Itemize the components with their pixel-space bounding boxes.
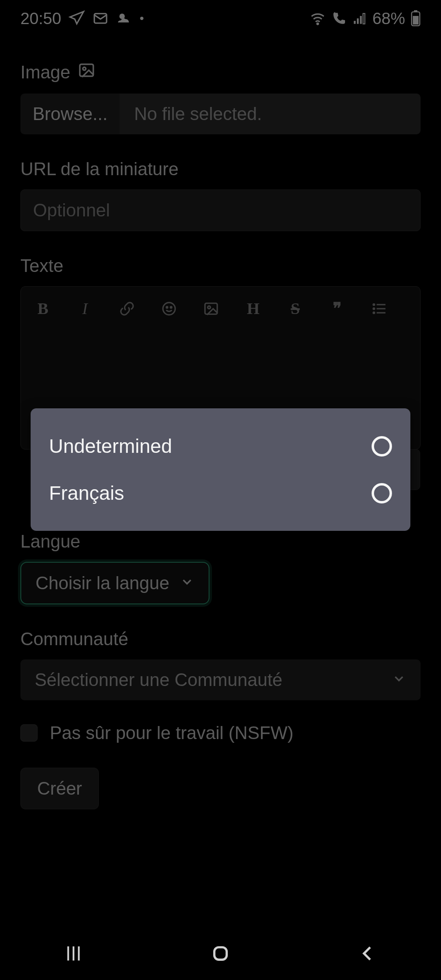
home-icon[interactable] <box>210 943 231 964</box>
chevron-down-icon <box>180 573 194 593</box>
heading-icon[interactable]: H <box>243 299 263 318</box>
popup-option-label: Français <box>49 482 124 504</box>
emoji-icon[interactable] <box>159 301 179 317</box>
back-icon[interactable] <box>357 943 378 964</box>
language-label: Langue <box>20 531 421 552</box>
svg-point-20 <box>373 304 374 305</box>
system-navbar <box>0 927 441 980</box>
file-status: No file selected. <box>120 94 421 134</box>
svg-rect-15 <box>205 303 217 314</box>
radio-unselected-icon[interactable] <box>372 436 392 457</box>
svg-rect-10 <box>80 64 94 76</box>
svg-rect-26 <box>214 947 227 960</box>
svg-point-11 <box>83 67 86 70</box>
svg-point-22 <box>373 312 374 313</box>
svg-rect-4 <box>357 18 359 24</box>
weather-icon <box>116 10 132 27</box>
mail-icon <box>92 10 109 27</box>
link-icon[interactable] <box>117 301 137 317</box>
community-label: Communauté <box>20 629 421 649</box>
svg-rect-3 <box>354 21 356 24</box>
nsfw-row[interactable]: Pas sûr pour le travail (NSFW) <box>20 723 421 743</box>
battery-icon <box>411 10 421 27</box>
svg-point-21 <box>373 308 374 309</box>
language-select[interactable]: Choisir la langue <box>20 562 209 604</box>
status-bar: 20:50 • 68% <box>0 0 441 37</box>
send-icon <box>69 10 85 27</box>
bold-icon[interactable]: B <box>33 299 53 318</box>
editor-toolbar: B I H S ❞ <box>21 287 420 322</box>
community-placeholder: Sélectionner une Communauté <box>35 670 283 690</box>
call-icon <box>332 11 346 26</box>
image-icon <box>78 61 96 83</box>
svg-point-13 <box>166 307 167 308</box>
svg-point-14 <box>170 307 172 308</box>
quote-icon[interactable]: ❞ <box>327 299 347 318</box>
svg-point-2 <box>317 23 318 24</box>
svg-point-16 <box>208 306 211 309</box>
battery-percent: 68% <box>372 9 405 28</box>
list-icon[interactable] <box>370 301 389 317</box>
svg-point-1 <box>119 13 125 19</box>
svg-rect-6 <box>363 13 365 24</box>
strike-icon[interactable]: S <box>285 299 305 318</box>
text-label: Texte <box>20 256 421 276</box>
community-select[interactable]: Sélectionner une Communauté <box>20 659 421 700</box>
popup-option-francais[interactable]: Français <box>31 470 410 517</box>
browse-button[interactable]: Browse... <box>20 94 120 134</box>
dot-icon: • <box>140 11 144 25</box>
signal-icon <box>352 11 367 26</box>
create-button[interactable]: Créer <box>20 768 99 809</box>
nsfw-checkbox[interactable] <box>20 724 38 742</box>
svg-point-12 <box>163 303 175 315</box>
svg-rect-8 <box>414 10 417 12</box>
radio-unselected-icon[interactable] <box>372 483 392 503</box>
popup-option-label: Undetermined <box>49 435 172 457</box>
italic-icon[interactable]: I <box>75 299 95 318</box>
wifi-icon <box>310 10 326 27</box>
svg-rect-5 <box>360 16 362 24</box>
thumb-label: URL de la miniature <box>20 159 421 179</box>
language-selected-value: Choisir la langue <box>36 573 169 593</box>
status-time: 20:50 <box>20 9 61 28</box>
language-popup: Undetermined Français <box>31 408 410 531</box>
image-label: Image <box>20 61 421 83</box>
photo-icon[interactable] <box>201 301 221 317</box>
chevron-down-icon <box>392 670 406 690</box>
nsfw-label: Pas sûr pour le travail (NSFW) <box>50 723 294 743</box>
popup-option-undetermined[interactable]: Undetermined <box>31 423 410 470</box>
svg-rect-9 <box>413 16 419 24</box>
recents-icon[interactable] <box>63 943 84 964</box>
thumb-input[interactable] <box>20 189 421 231</box>
